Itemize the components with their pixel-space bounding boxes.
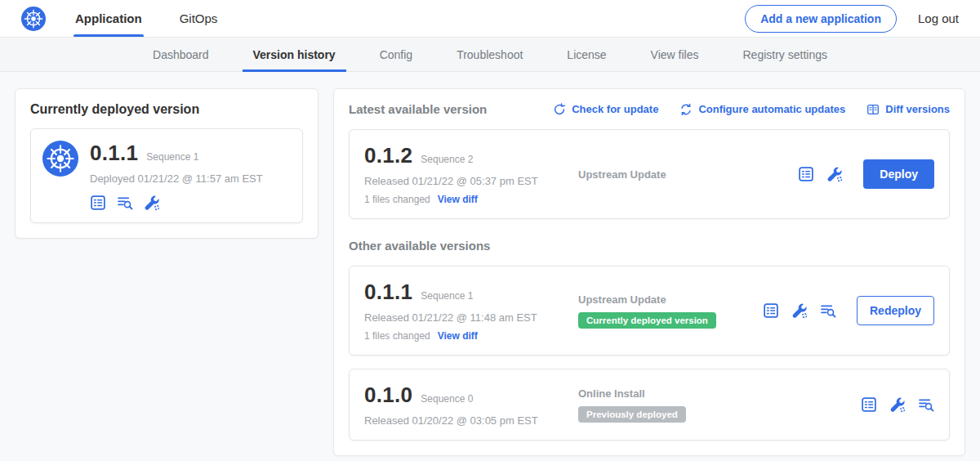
configure-automatic-updates-label: Configure automatic updates — [698, 103, 845, 115]
deploy-logs-icon[interactable] — [918, 396, 934, 413]
versions-header-actions: Check for update Configure automatic upd… — [553, 103, 950, 116]
release-notes-icon[interactable] — [798, 166, 814, 182]
deploy-logs-icon[interactable] — [117, 195, 133, 211]
files-changed-label: 1 files changed — [364, 194, 430, 205]
version-source: Online Install Previously deployed — [568, 387, 861, 423]
subnav-tab-troubleshoot[interactable]: Troubleshoot — [434, 38, 545, 71]
main-content: Currently deployed version 0.1.1 Sequenc… — [0, 72, 980, 461]
app-icon — [42, 141, 78, 177]
view-diff-link[interactable]: View diff — [438, 330, 478, 342]
preflight-checks-icon[interactable] — [826, 166, 843, 182]
currently-deployed-panel: Currently deployed version 0.1.1 Sequenc… — [15, 88, 318, 239]
source-label: Upstream Update — [578, 168, 788, 181]
version-info: 0.1.1 Sequence 1 Released 01/21/22 @ 11:… — [364, 280, 568, 342]
deployed-panel-title: Currently deployed version — [30, 102, 303, 117]
version-row: 0.1.2 Sequence 2 Released 01/21/22 @ 05:… — [349, 129, 950, 219]
subnav-tab-registry-settings[interactable]: Registry settings — [721, 38, 849, 71]
released-date: Released 01/21/22 @ 11:48 am EST — [364, 311, 568, 324]
subnav-tab-license[interactable]: License — [545, 38, 628, 71]
check-for-update-link[interactable]: Check for update — [553, 103, 658, 116]
check-for-update-label: Check for update — [572, 103, 658, 115]
logout-button[interactable]: Log out — [918, 11, 959, 25]
diff-versions-label: Diff versions — [885, 103, 950, 115]
topbar: Application GitOps Add a new application… — [0, 0, 980, 38]
version-history-panel: Latest available version Check for updat… — [333, 88, 965, 456]
deployed-version-card: 0.1.1 Sequence 1 Deployed 01/21/22 @ 11:… — [30, 128, 303, 223]
files-changed-line: 1 files changed View diff — [364, 330, 568, 342]
sequence-label: Sequence 0 — [421, 393, 473, 405]
currently-deployed-badge: Currently deployed version — [578, 312, 716, 329]
release-notes-icon[interactable] — [763, 302, 779, 319]
sequence-label: Sequence 1 — [421, 290, 473, 302]
version-number: 0.1.1 — [364, 280, 412, 305]
redeploy-button[interactable]: Redeploy — [857, 296, 934, 325]
deploy-button[interactable]: Deploy — [863, 159, 934, 189]
other-versions-title: Other available versions — [349, 239, 950, 253]
deployed-sequence-label: Sequence 1 — [146, 151, 198, 163]
tab-application[interactable]: Application — [74, 0, 144, 37]
configure-automatic-updates-link[interactable]: Configure automatic updates — [679, 103, 845, 116]
version-row: 0.1.0 Sequence 0 Released 01/20/22 @ 03:… — [349, 369, 950, 441]
version-number: 0.1.2 — [364, 143, 412, 168]
diff-icon — [866, 103, 880, 116]
deployed-actions — [90, 195, 263, 211]
deployed-date: Deployed 01/21/22 @ 11:57 am EST — [90, 172, 263, 185]
version-info: 0.1.0 Sequence 0 Released 01/20/22 @ 03:… — [364, 383, 568, 427]
subnav-tab-version-history[interactable]: Version history — [231, 38, 358, 71]
subnav-tab-config[interactable]: Config — [358, 38, 434, 71]
auto-update-icon — [679, 103, 693, 116]
version-source: Upstream Update Currently deployed versi… — [568, 293, 763, 329]
app-subnav: Dashboard Version history Config Trouble… — [0, 38, 980, 72]
deploy-logs-icon[interactable] — [820, 302, 836, 319]
version-actions: Redeploy — [763, 296, 934, 325]
add-application-button[interactable]: Add a new application — [745, 5, 897, 33]
release-notes-icon[interactable] — [861, 396, 877, 413]
released-date: Released 01/21/22 @ 05:37 pm EST — [364, 175, 568, 187]
source-label: Online Install — [578, 387, 851, 400]
kubernetes-logo-icon — [21, 7, 46, 31]
refresh-icon — [553, 103, 566, 116]
release-notes-icon[interactable] — [90, 195, 106, 211]
previously-deployed-badge: Previously deployed — [578, 406, 686, 423]
files-changed-label: 1 files changed — [364, 330, 430, 342]
deployed-version-info: 0.1.1 Sequence 1 Deployed 01/21/22 @ 11:… — [90, 141, 263, 211]
source-label: Upstream Update — [578, 293, 753, 306]
version-info: 0.1.2 Sequence 2 Released 01/21/22 @ 05:… — [364, 143, 568, 205]
preflight-checks-icon[interactable] — [791, 302, 808, 319]
files-changed-line: 1 files changed View diff — [364, 194, 568, 205]
version-actions: Deploy — [798, 159, 934, 189]
sequence-label: Sequence 2 — [421, 154, 473, 165]
released-date: Released 01/20/22 @ 03:05 pm EST — [364, 414, 568, 427]
version-number: 0.1.0 — [364, 383, 412, 408]
subnav-tab-dashboard[interactable]: Dashboard — [131, 38, 231, 71]
preflight-checks-icon[interactable] — [889, 396, 906, 413]
version-source: Upstream Update — [568, 168, 798, 181]
versions-header: Latest available version Check for updat… — [349, 102, 950, 116]
diff-versions-link[interactable]: Diff versions — [866, 103, 950, 116]
view-diff-link[interactable]: View diff — [438, 194, 478, 205]
deployed-version-number: 0.1.1 — [90, 141, 138, 166]
latest-version-title: Latest available version — [349, 102, 487, 116]
preflight-checks-icon[interactable] — [144, 195, 160, 211]
top-nav: Application GitOps — [74, 0, 253, 37]
admin-console: Application GitOps Add a new application… — [0, 0, 980, 461]
version-actions — [861, 396, 934, 413]
subnav-tab-view-files[interactable]: View files — [629, 38, 721, 71]
version-row: 0.1.1 Sequence 1 Released 01/21/22 @ 11:… — [349, 266, 950, 356]
tab-gitops[interactable]: GitOps — [178, 0, 220, 37]
